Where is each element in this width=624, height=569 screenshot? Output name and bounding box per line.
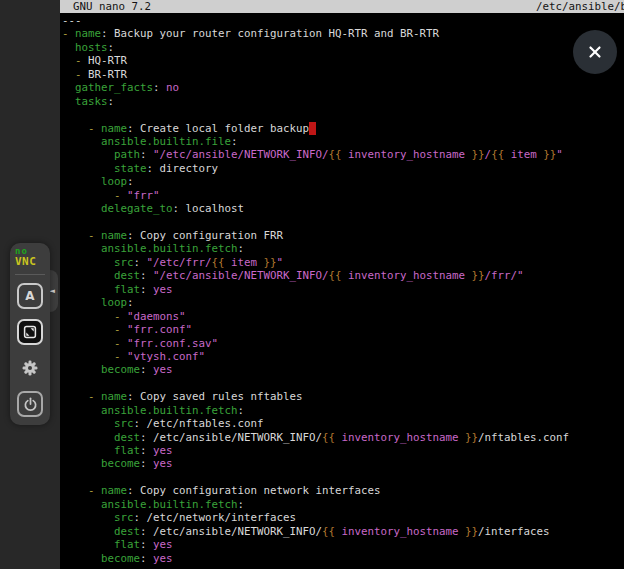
code-line: src: "/etc/frr/{{ item }}" (62, 256, 624, 269)
nano-version: GNU nano 7.2 (60, 0, 151, 13)
code-line: gather_facts: no (62, 81, 624, 94)
code-line: ansible.builtin.fetch: (62, 404, 624, 417)
vnc-sidebar: ◄ no VNC A (0, 0, 60, 569)
code-line: become: yes (62, 552, 624, 565)
chevron-left-icon: ◄ (50, 288, 55, 295)
code-line: loop: (62, 175, 624, 188)
code-line (62, 108, 624, 121)
code-line (62, 471, 624, 484)
expand-icon (23, 325, 37, 339)
code-line: - "vtysh.conf" (62, 350, 624, 363)
code-line: flat: yes (62, 283, 624, 296)
code-line: become: yes (62, 363, 624, 376)
code-line: - "frr.conf.sav" (62, 337, 624, 350)
code-line: ansible.builtin.fetch: (62, 242, 624, 255)
code-line: src: /etc/nftables.conf (62, 417, 624, 430)
code-line: path: "/etc/ansible/NETWORK_INFO/{{ inve… (62, 148, 624, 161)
disconnect-button[interactable] (17, 391, 43, 417)
code-line: ansible.builtin.fetch: (62, 498, 624, 511)
code-line: - name: Copy configuration network inter… (62, 484, 624, 497)
fullscreen-button[interactable] (17, 319, 43, 345)
settings-button[interactable] (17, 355, 43, 381)
code-line: become: yes (62, 457, 624, 470)
code-line: dest: /etc/ansible/NETWORK_INFO/{{ inven… (62, 431, 624, 444)
code-line: ansible.builtin.file: (62, 135, 624, 148)
code-line: - name: Create local folder backup (62, 122, 624, 135)
code-line: state: directory (62, 162, 624, 175)
code-line: hosts: (62, 41, 624, 54)
gear-icon (22, 360, 38, 376)
nano-filepath: /etc/ansible/b (536, 0, 624, 13)
code-line: - "daemons" (62, 310, 624, 323)
logo-text-vnc: VNC (15, 256, 50, 267)
code-line: - "frr" (62, 189, 624, 202)
divider (15, 274, 45, 275)
code-line: - name: Copy saved rules nftables (62, 390, 624, 403)
close-button[interactable] (573, 30, 617, 74)
code-line: - HQ-RTR (62, 54, 624, 67)
code-line: flat: yes (62, 444, 624, 457)
nano-editor[interactable]: ---- name: Backup your router configurat… (62, 14, 624, 569)
code-line: flat: yes (62, 538, 624, 551)
code-line: - "frr.conf" (62, 323, 624, 336)
app-root: ◄ no VNC A (0, 0, 624, 569)
extra-keys-button[interactable]: A (17, 283, 43, 309)
code-line: tasks: (62, 95, 624, 108)
code-line: delegate_to: localhost (62, 202, 624, 215)
power-icon (23, 397, 38, 412)
terminal-window: GNU nano 7.2 /etc/ansible/b ---- name: B… (60, 0, 624, 569)
code-line: - name: Copy configuration FRR (62, 229, 624, 242)
vnc-control-panel: no VNC A (10, 243, 50, 425)
code-line: dest: "/etc/ansible/NETWORK_INFO/{{ inve… (62, 269, 624, 282)
code-line (62, 216, 624, 229)
code-line: src: /etc/network/interfaces (62, 511, 624, 524)
code-line: - BR-RTR (62, 68, 624, 81)
code-line: dest: /etc/ansible/NETWORK_INFO/{{ inven… (62, 525, 624, 538)
novnc-logo: no VNC (10, 247, 50, 267)
letter-a-icon: A (25, 289, 34, 303)
code-line: --- (62, 14, 624, 27)
close-icon (586, 43, 604, 61)
code-line: - name: Backup your router configuration… (62, 27, 624, 40)
nano-titlebar: GNU nano 7.2 /etc/ansible/b (60, 0, 624, 13)
code-line (62, 377, 624, 390)
code-line: loop: (62, 296, 624, 309)
